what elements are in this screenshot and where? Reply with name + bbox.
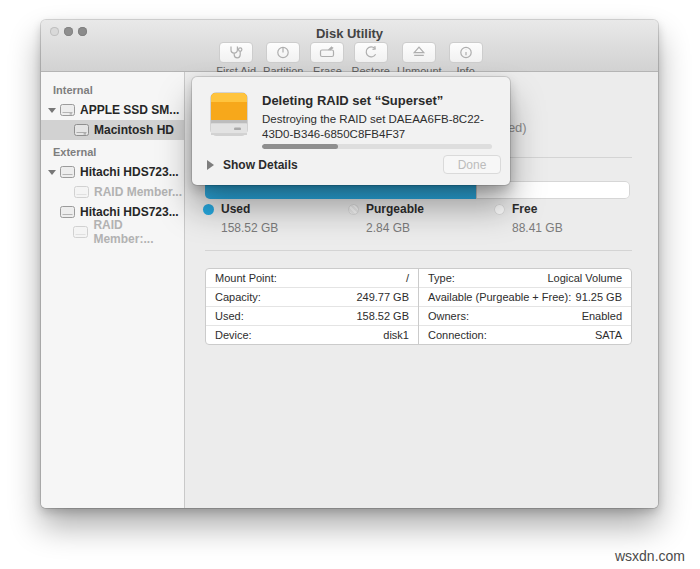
sidebar-section-external: External bbox=[41, 140, 184, 162]
disk-icon bbox=[73, 226, 88, 238]
disk-icon bbox=[60, 104, 75, 116]
progress-bar bbox=[262, 144, 492, 149]
table-row: Used: 158.52 GB bbox=[206, 306, 418, 325]
titlebar: Disk Utility First Aid bbox=[41, 20, 658, 72]
sidebar-item-label: Hitachi HDS723... bbox=[80, 205, 179, 219]
legend-item-free: Free 88.41 GB bbox=[494, 202, 563, 235]
disclosure-right-icon[interactable] bbox=[207, 160, 214, 170]
sidebar-item-raid-member-2[interactable]: RAID Member:... bbox=[41, 222, 184, 242]
usage-legend: Used 158.52 GB Purgeable 2.84 GB Free 88… bbox=[185, 202, 658, 242]
first-aid-icon bbox=[219, 42, 253, 63]
sidebar-item-label: RAID Member... bbox=[94, 185, 182, 199]
sidebar-item-raid-member-1[interactable]: RAID Member... bbox=[41, 182, 184, 202]
sidebar-item-label: RAID Member:... bbox=[93, 218, 184, 246]
deleting-raid-dialog: Deleting RAID set “Superset” Destroying … bbox=[192, 77, 510, 185]
show-details-toggle[interactable]: Show Details bbox=[207, 158, 298, 172]
unmount-icon bbox=[402, 42, 436, 63]
external-drive-icon bbox=[210, 92, 248, 140]
dialog-message: Destroying the RAID set DAEAA6FB-8C22-43… bbox=[262, 112, 498, 142]
legend-label: Free bbox=[512, 202, 537, 216]
purgeable-swatch-icon bbox=[348, 204, 359, 215]
partition-icon bbox=[266, 42, 300, 63]
table-row: Type: Logical Volume bbox=[419, 269, 631, 287]
show-details-label: Show Details bbox=[223, 158, 298, 172]
table-row: Device: disk1 bbox=[206, 325, 418, 344]
table-row: Connection: SATA bbox=[419, 325, 631, 344]
table-row: Mount Point: / bbox=[206, 269, 418, 287]
disclosure-triangle-icon[interactable] bbox=[47, 170, 57, 175]
legend-label: Used bbox=[221, 202, 250, 216]
legend-item-purgeable: Purgeable 2.84 GB bbox=[348, 202, 424, 235]
volume-icon bbox=[74, 124, 89, 136]
table-row: Owners: Enabled bbox=[419, 306, 631, 325]
dialog-title: Deleting RAID set “Superset” bbox=[262, 93, 443, 108]
screenshot-canvas: Disk Utility First Aid bbox=[0, 0, 700, 569]
watermark: wsxdn.com bbox=[615, 548, 685, 564]
free-swatch-icon bbox=[494, 204, 505, 215]
info-table-left-column: Mount Point: / Capacity: 249.77 GB Used:… bbox=[206, 269, 419, 344]
legend-value: 158.52 GB bbox=[221, 221, 278, 235]
sidebar-section-internal: Internal bbox=[41, 78, 184, 100]
sidebar-item-hitachi-1[interactable]: Hitachi HDS723... bbox=[41, 162, 184, 182]
sidebar-item-label: Hitachi HDS723... bbox=[80, 165, 179, 179]
legend-item-used: Used 158.52 GB bbox=[203, 202, 278, 235]
done-button[interactable]: Done bbox=[443, 155, 501, 174]
info-icon bbox=[449, 42, 483, 63]
sidebar-item-label: APPLE SSD SM... bbox=[80, 103, 179, 117]
disclosure-triangle-icon[interactable] bbox=[47, 108, 57, 113]
disk-icon bbox=[60, 166, 75, 178]
legend-value: 88.41 GB bbox=[512, 221, 563, 235]
sidebar-item-apple-ssd[interactable]: APPLE SSD SM... bbox=[41, 100, 184, 120]
table-row: Capacity: 249.77 GB bbox=[206, 287, 418, 306]
restore-icon bbox=[354, 42, 388, 63]
info-table-right-column: Type: Logical Volume Available (Purgeabl… bbox=[419, 269, 631, 344]
legend-value: 2.84 GB bbox=[366, 221, 424, 235]
sidebar-item-label: Macintosh HD bbox=[94, 123, 174, 137]
sidebar: Internal APPLE SSD SM... Macintosh HD Ex… bbox=[41, 72, 185, 508]
legend-label: Purgeable bbox=[366, 202, 424, 216]
erase-icon bbox=[310, 42, 344, 63]
progress-fill bbox=[262, 144, 338, 149]
volume-info-table: Mount Point: / Capacity: 249.77 GB Used:… bbox=[205, 268, 632, 345]
sidebar-item-macintosh-hd[interactable]: Macintosh HD bbox=[41, 120, 184, 140]
divider bbox=[205, 250, 632, 251]
window-title: Disk Utility bbox=[41, 26, 658, 41]
used-swatch-icon bbox=[203, 204, 214, 215]
disk-icon bbox=[74, 186, 89, 198]
disk-icon bbox=[60, 206, 75, 218]
table-row: Available (Purgeable + Free): 91.25 GB bbox=[419, 287, 631, 306]
